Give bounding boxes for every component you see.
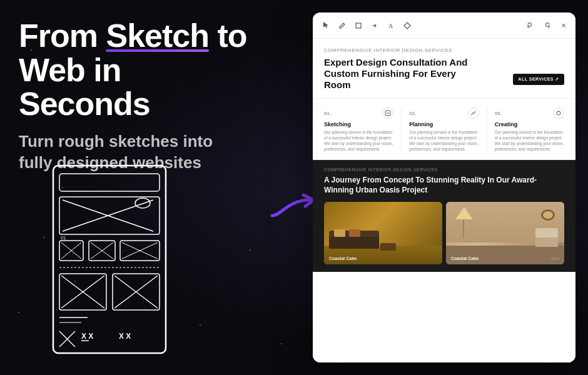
sketch-wireframe: 01. X X X X: [50, 162, 169, 356]
room-decor-1: [324, 202, 442, 264]
service-num-2: 02.: [409, 111, 416, 116]
image-2-label: Coastal Calm: [451, 256, 479, 261]
svg-rect-2: [59, 197, 160, 234]
diamond-icon[interactable]: [402, 20, 413, 31]
room-image-2: Coastal Calm 2024: [446, 202, 564, 264]
main-title: From Sketch to Web in Seconds: [19, 19, 256, 121]
service-desc-3: Our planning service is the foundation o…: [495, 129, 564, 152]
svg-point-34: [557, 111, 560, 115]
square-icon[interactable]: [353, 20, 364, 31]
cursor-icon[interactable]: [320, 20, 332, 31]
service-name-3: Creating: [495, 121, 564, 128]
website-content: COMPREHENSIVE INTERIOR DESIGN SERVICES E…: [313, 39, 575, 362]
undo-icon[interactable]: [524, 20, 535, 31]
images-row: Coastal Calm: [324, 202, 564, 264]
title-highlight: Sketch: [106, 19, 209, 53]
image-1-label: Coastal Calm: [329, 256, 357, 261]
service-name-2: Planning: [409, 121, 479, 128]
service-divider-2: [487, 108, 487, 152]
service-divider-1: [401, 108, 402, 152]
service-desc-2: Our planning service is the foundation o…: [409, 129, 479, 152]
room-decor-2: [446, 202, 564, 264]
arrow-icon[interactable]: [369, 20, 380, 31]
browser-controls: A: [320, 20, 413, 31]
wireframe-svg: 01. X X X X: [50, 162, 169, 356]
service-icon-1: [382, 108, 393, 119]
svg-text:A: A: [388, 22, 393, 29]
svg-rect-0: [53, 166, 166, 353]
svg-rect-1: [59, 174, 160, 191]
service-desc-1: Our planning service is the foundation o…: [324, 129, 393, 152]
room-image-1: Coastal Calm: [324, 202, 442, 264]
svg-text:X X: X X: [81, 332, 93, 341]
browser-window: A: [313, 12, 575, 362]
service-item-planning: 02. Planning Our planning service is the…: [409, 108, 479, 152]
pencil-icon[interactable]: [337, 20, 348, 31]
service-icon-3: [553, 108, 564, 119]
service-num-3: 03.: [495, 111, 502, 116]
close-icon[interactable]: ×: [559, 21, 568, 30]
site-header: COMPREHENSIVE INTERIOR DESIGN SERVICES E…: [313, 39, 575, 98]
svg-text:X X: X X: [119, 332, 131, 341]
all-services-button[interactable]: ALL SERVICES ↗: [513, 74, 564, 85]
dark-section-title: A Journey From Concept To Stunning Reali…: [324, 176, 564, 195]
svg-point-5: [135, 198, 150, 208]
hero-text: From Sketch to Web in Seconds Turn rough…: [19, 19, 256, 173]
text-icon[interactable]: A: [385, 20, 397, 31]
dark-section-label: COMPREHENSIVE INTERIOR DESIGN SERVICES: [324, 168, 564, 172]
redo-icon[interactable]: [542, 20, 553, 31]
svg-rect-30: [356, 23, 361, 28]
image-2-date: 2024: [551, 257, 559, 261]
service-name-1: Sketching: [324, 121, 393, 128]
svg-text:01.: 01.: [61, 236, 67, 240]
service-item-sketching: 01. Sketching Our planning service is th…: [324, 108, 393, 152]
service-icon-2: [468, 108, 479, 119]
site-title: Expert Design Consultation And Custom Fu…: [324, 57, 480, 91]
service-item-creating: 03. Creating Our planning service is the…: [495, 108, 564, 152]
services-row: 01. Sketching Our planning service is th…: [313, 98, 575, 160]
dark-section: COMPREHENSIVE INTERIOR DESIGN SERVICES A…: [313, 160, 575, 271]
browser-titlebar: A: [313, 12, 575, 39]
site-label: COMPREHENSIVE INTERIOR DESIGN SERVICES: [324, 48, 564, 53]
service-num-1: 01.: [324, 111, 331, 116]
